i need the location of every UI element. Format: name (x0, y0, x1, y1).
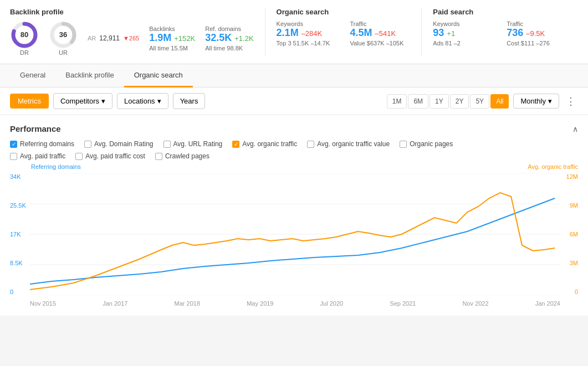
organic-traffic-sub: Value $637K –105K (350, 40, 410, 47)
y-right-3m: 3M (560, 260, 578, 266)
cb-avg-organic-traffic-value-box (307, 141, 314, 148)
performance-section: Performance ∧ ✓ Referring domains Avg. D… (0, 115, 588, 316)
ref-domains-change: +1.2K (234, 34, 253, 43)
paid-search-section: Paid search Keywords 93 +1 Ads 81 –2 Tra… (422, 8, 578, 56)
chart-y-right-label: Avg. organic traffic (528, 163, 578, 170)
x-label-jan2024: Jan 2024 (535, 300, 560, 307)
backlinks-value: 1.9M (149, 32, 171, 44)
ref-domains-block: Ref. domains 32.5K +1.2K All time 98.8K (205, 25, 253, 51)
time-5y-button[interactable]: 5Y (470, 94, 489, 109)
ar-change: ▼265 (123, 35, 139, 42)
chart-container: Referring domains Avg. organic traffic 3… (10, 173, 578, 307)
tab-general[interactable]: General (10, 64, 55, 87)
competitors-chevron-icon: ▾ (101, 97, 105, 105)
ref-domains-sub: All time 98.8K (205, 45, 253, 51)
organic-search-title: Organic search (277, 8, 411, 16)
x-label-may2019: May 2019 (247, 300, 273, 307)
ar-block: AR 12,911 ▼265 (88, 32, 139, 44)
organic-keywords-sub: Top 3 51.5K –14.7K (277, 40, 337, 47)
ur-circle-chart: 36 (49, 20, 78, 49)
y-left-34k: 34K (10, 173, 30, 180)
cb-crawled-pages-box (155, 153, 162, 160)
nav-tabs: General Backlink profile Organic search (0, 64, 588, 87)
organic-traffic-value: 4.5M (350, 27, 372, 39)
cb-avg-url-rating[interactable]: Avg. URL Rating (163, 140, 223, 148)
ur-label: UR (59, 49, 68, 56)
paid-traffic-label: Traffic (507, 20, 567, 27)
cb-avg-paid-traffic[interactable]: Avg. paid traffic (10, 152, 65, 160)
performance-chart (30, 173, 560, 295)
paid-traffic-value: 736 (507, 27, 523, 39)
avg-organic-traffic-line (30, 193, 555, 290)
backlink-profile-section: Backlink profile 80 DR 36 UR (10, 8, 265, 56)
locations-chevron-icon: ▾ (157, 97, 161, 105)
dr-block: 80 DR (10, 20, 39, 56)
monthly-dropdown-button[interactable]: Monthly ▾ (513, 94, 559, 109)
checkboxes-row-1: ✓ Referring domains Avg. Domain Rating A… (10, 140, 578, 148)
organic-search-section: Organic search Keywords 2.1M –284K Top 3… (265, 8, 422, 56)
cb-avg-domain-rating[interactable]: Avg. Domain Rating (84, 140, 154, 148)
locations-button[interactable]: Locations ▾ (117, 93, 168, 109)
monthly-chevron-icon: ▾ (548, 97, 552, 105)
x-label-mar2018: Mar 2018 (175, 300, 200, 307)
y-right-9m: 9M (560, 202, 578, 209)
organic-traffic-change: –541K (375, 29, 396, 38)
x-label-nov2022: Nov 2022 (463, 300, 489, 307)
cb-avg-paid-traffic-box (10, 153, 17, 160)
competitors-button[interactable]: Competitors ▾ (53, 93, 113, 109)
time-1m-button[interactable]: 1M (387, 94, 407, 109)
y-left-85k: 8.5K (10, 260, 30, 266)
organic-metrics-grid: Keywords 2.1M –284K Top 3 51.5K –14.7K T… (277, 20, 411, 47)
checkboxes-row-2: Avg. paid traffic Avg. paid traffic cost… (10, 152, 578, 160)
svg-text:36: 36 (59, 30, 67, 39)
x-label-jul2020: Jul 2020 (320, 300, 344, 307)
check-icon: ✓ (234, 141, 238, 147)
time-6m-button[interactable]: 6M (408, 94, 428, 109)
backlinks-block: Backlinks 1.9M +152K All time 15.5M (149, 25, 195, 51)
cb-avg-paid-traffic-cost[interactable]: Avg. paid traffic cost (75, 152, 145, 160)
cb-crawled-pages[interactable]: Crawled pages (155, 152, 209, 160)
organic-traffic-block: Traffic 4.5M –541K Value $637K –105K (350, 20, 410, 47)
metrics-button[interactable]: Metrics (10, 94, 49, 109)
performance-title: Performance (10, 124, 61, 133)
x-label-nov2015: Nov 2015 (30, 300, 56, 307)
time-all-button[interactable]: All (490, 94, 509, 109)
cb-organic-pages[interactable]: Organic pages (400, 140, 453, 148)
y-left-255k: 25.5K (10, 202, 30, 209)
chart-area: 34K 25.5K 17K 8.5K 0 (10, 173, 578, 297)
check-icon: ✓ (12, 141, 16, 147)
chart-svg-container (30, 173, 560, 297)
time-2y-button[interactable]: 2Y (450, 94, 469, 109)
tab-backlink-profile[interactable]: Backlink profile (55, 64, 124, 87)
collapse-button[interactable]: ∧ (572, 125, 578, 133)
cb-avg-organic-traffic[interactable]: ✓ Avg. organic traffic (232, 140, 297, 148)
time-1y-button[interactable]: 1Y (430, 94, 449, 109)
backlink-profile-title: Backlink profile (10, 8, 254, 16)
cb-referring-domains[interactable]: ✓ Referring domains (10, 140, 74, 148)
cb-referring-domains-box: ✓ (10, 141, 17, 148)
ar-label: AR (88, 35, 96, 42)
y-right-12m: 12M (560, 173, 578, 180)
backlinks-label: Backlinks (149, 25, 195, 32)
backlink-metrics-row: 80 DR 36 UR AR 12,911 ▼265 (10, 20, 254, 56)
cb-avg-organic-traffic-value[interactable]: Avg. organic traffic value (307, 140, 390, 148)
years-button[interactable]: Years (173, 93, 206, 109)
dr-circle-chart: 80 (10, 20, 39, 49)
cb-organic-pages-box (400, 141, 407, 148)
cb-avg-domain-rating-box (84, 141, 91, 148)
cb-avg-url-rating-box (163, 141, 171, 148)
paid-keywords-sub: Ads 81 –2 (433, 40, 493, 47)
backlinks-sub: All time 15.5M (149, 45, 195, 51)
tab-organic-search[interactable]: Organic search (124, 64, 193, 87)
cb-avg-organic-traffic-box: ✓ (232, 141, 239, 148)
time-range-buttons: 1M 6M 1Y 2Y 5Y All (387, 94, 509, 109)
y-axis-right: 12M 9M 6M 3M 0 (560, 173, 578, 295)
organic-keywords-change: –284K (301, 29, 323, 38)
more-options-button[interactable]: ⋮ (564, 95, 578, 107)
y-left-17k: 17K (10, 231, 30, 238)
paid-traffic-change: –9.5K (526, 29, 545, 38)
paid-keywords-value: 93 (433, 27, 444, 39)
paid-keywords-change: +1 (447, 29, 455, 38)
paid-search-title: Paid search (433, 8, 567, 16)
organic-keywords-label: Keywords (277, 20, 337, 27)
